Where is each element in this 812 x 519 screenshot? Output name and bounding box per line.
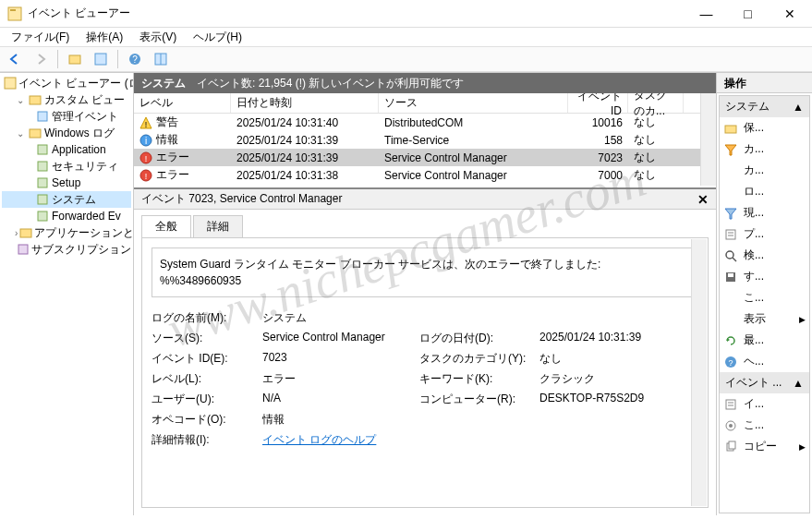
collapse-icon: ▲ [793, 101, 804, 114]
action-item[interactable]: カ... [720, 139, 809, 160]
tree-setup-label: Setup [52, 176, 80, 189]
tree-setup[interactable]: Setup [2, 175, 131, 191]
tree-security[interactable]: セキュリティ [2, 158, 131, 175]
svg-rect-11 [30, 129, 41, 138]
svg-rect-2 [69, 55, 80, 64]
actions-body: システム ▲ 保...カ...カ...ロ...現...プ...検...す...こ… [719, 95, 810, 513]
action-item[interactable]: カ... [720, 160, 809, 181]
action-label: こ... [744, 417, 764, 433]
row-level: エラー [156, 150, 189, 165]
prop-moreinfo-link[interactable]: イベント ログのヘルプ [262, 432, 419, 448]
prop-source-value: Service Control Manager [262, 331, 419, 346]
action-item[interactable]: ロ... [720, 181, 809, 202]
action-label: 表示 [744, 311, 766, 327]
action-item[interactable]: イ... [720, 393, 809, 415]
tree-admin-events[interactable]: 管理イベント [2, 108, 131, 125]
row-date: 2025/01/24 10:31:40 [231, 116, 379, 129]
svg-text:!: ! [145, 120, 148, 129]
info-icon: i [139, 134, 152, 147]
detail-close-icon[interactable]: ✕ [697, 192, 709, 207]
detail-scrollbar[interactable] [691, 239, 707, 506]
svg-rect-36 [728, 273, 733, 277]
menu-help[interactable]: ヘルプ(H) [186, 28, 249, 47]
center-panel: システム イベント数: 21,954 (!) 新しいイベントが利用可能です レベ… [134, 73, 717, 515]
action-label: コピー [744, 439, 777, 454]
toolbar-btn-3[interactable] [150, 49, 172, 69]
col-cat[interactable]: タスクのカ... [628, 93, 684, 113]
action-item[interactable]: こ... [720, 415, 809, 436]
action-icon [723, 418, 738, 433]
action-item[interactable]: コピー▶ [720, 436, 809, 457]
event-row[interactable]: !エラー2025/01/24 10:31:39Service Control M… [134, 149, 716, 166]
svg-rect-40 [726, 400, 735, 409]
tree-subscription[interactable]: サブスクリプション [2, 241, 131, 258]
tab-detail[interactable]: 詳細 [193, 215, 243, 237]
maximize-button[interactable]: □ [727, 0, 769, 27]
detail-body: System Guard ランタイム モニター ブローカー サービスは、次のエラ… [141, 237, 709, 508]
svg-rect-12 [38, 145, 47, 154]
tree-root[interactable]: イベント ビューアー (ローカ [2, 75, 131, 91]
forward-button[interactable] [30, 49, 52, 69]
row-level: エラー [156, 167, 189, 183]
event-row[interactable]: i情報2025/01/24 10:31:39Time-Service158なし [134, 131, 716, 149]
action-icon [723, 312, 738, 327]
tree-system[interactable]: システム [2, 191, 131, 208]
menu-view[interactable]: 表示(V) [132, 28, 184, 47]
action-icon [723, 163, 738, 178]
action-item[interactable]: 最... [720, 330, 809, 351]
svg-rect-17 [20, 229, 31, 237]
svg-rect-18 [18, 245, 28, 254]
action-icon [723, 121, 738, 136]
action-label: カ... [744, 141, 764, 157]
action-item[interactable]: 表示▶ [720, 308, 809, 330]
svg-point-44 [729, 424, 733, 428]
toolbar-btn-2[interactable] [90, 49, 112, 69]
toolbar-btn-1[interactable] [64, 49, 86, 69]
event-row[interactable]: !警告2025/01/24 10:31:40DistributedCOM1001… [134, 114, 716, 131]
tree-windows-log[interactable]: ⌄Windows ログ [2, 125, 131, 141]
tree-forwarded-label: Forwarded Ev [52, 210, 121, 223]
action-icon [723, 142, 738, 157]
tree-forwarded[interactable]: Forwarded Ev [2, 208, 131, 224]
action-item[interactable]: す... [720, 266, 809, 287]
action-label: こ... [744, 290, 764, 306]
tree-application[interactable]: Application [2, 141, 131, 158]
action-item[interactable]: 保... [720, 117, 809, 139]
tree-system-label: システム [52, 192, 96, 208]
svg-rect-1 [10, 9, 16, 11]
svg-text:!: ! [145, 154, 148, 163]
col-id[interactable]: イベント ID [568, 93, 628, 113]
close-button[interactable]: ✕ [769, 0, 810, 27]
minimize-button[interactable]: ― [685, 0, 727, 27]
prop-moreinfo-label: 詳細情報(I): [151, 432, 262, 448]
col-source[interactable]: ソース [379, 93, 568, 113]
tree-custom-view[interactable]: ⌄カスタム ビュー [2, 91, 131, 108]
action-item[interactable]: プ... [720, 223, 809, 245]
col-date[interactable]: 日付と時刻 [231, 93, 379, 113]
prop-logname-label: ログの名前(M): [151, 310, 262, 326]
event-row[interactable]: !エラー2025/01/24 10:31:38Service Control M… [134, 166, 716, 184]
list-scrollbar[interactable] [700, 93, 716, 186]
action-item[interactable]: ?ヘ... [720, 351, 809, 372]
toolbar-help[interactable]: ? [124, 49, 146, 69]
menu-file[interactable]: ファイル(F) [4, 28, 77, 47]
menu-action[interactable]: 操作(A) [79, 28, 130, 47]
action-item[interactable]: こ... [720, 287, 809, 308]
svg-point-33 [726, 251, 733, 259]
err-icon: ! [139, 151, 152, 164]
back-button[interactable] [4, 49, 26, 69]
svg-marker-29 [725, 209, 736, 219]
tab-general[interactable]: 全般 [141, 215, 191, 237]
action-group-event[interactable]: イベント ... ▲ [720, 372, 809, 393]
svg-rect-14 [38, 178, 47, 187]
tree-app-service[interactable]: ›アプリケーションとサ [2, 224, 131, 241]
col-level[interactable]: レベル [134, 93, 231, 113]
action-group-system[interactable]: システム ▲ [720, 96, 809, 117]
row-cat: なし [628, 150, 684, 165]
tree-subscription-label: サブスクリプション [31, 242, 131, 258]
svg-marker-28 [725, 145, 736, 155]
tree-custom-view-label: カスタム ビュー [44, 92, 125, 108]
prop-keyword-label: キーワード(K): [419, 371, 539, 387]
action-item[interactable]: 検... [720, 245, 809, 266]
action-item[interactable]: 現... [720, 202, 809, 223]
